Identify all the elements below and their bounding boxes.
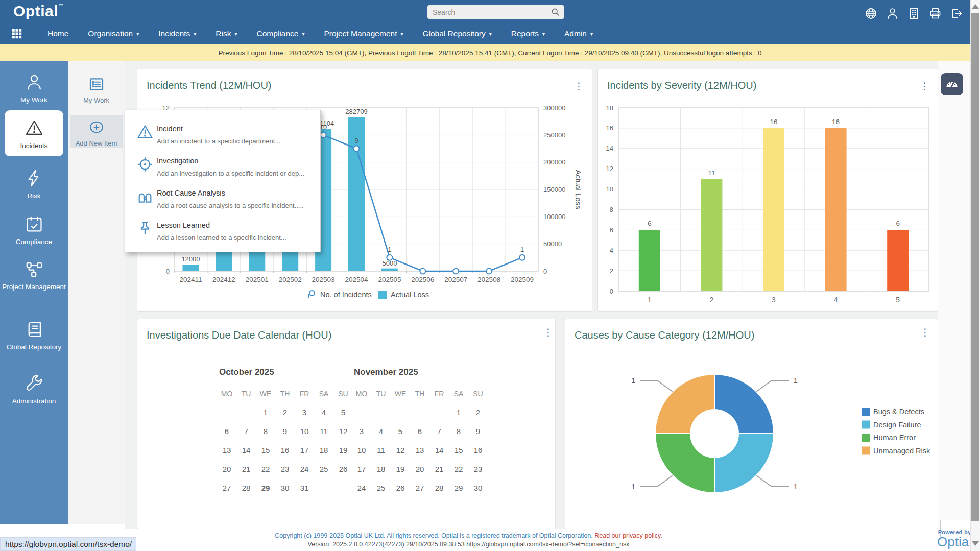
calendar-day[interactable]: 17 — [295, 441, 314, 460]
nav-item-organisation[interactable]: Organisation▾ — [78, 29, 149, 38]
legend-item-unmanaged-risk[interactable]: Unmanaged Risk — [862, 447, 930, 455]
calendar-day[interactable]: 4 — [314, 403, 333, 422]
calendar-day[interactable]: 9 — [468, 422, 488, 441]
calendar-day[interactable]: 6 — [410, 422, 429, 441]
kebab-menu-icon[interactable]: ⋮ — [543, 328, 553, 337]
calendar-day[interactable]: 21 — [236, 460, 256, 478]
nav-item-compliance[interactable]: Compliance▾ — [247, 29, 315, 38]
calendar-day[interactable]: 5 — [391, 422, 410, 441]
calendar-day[interactable]: 16 — [468, 441, 488, 460]
calendar-day[interactable]: 3 — [352, 422, 371, 441]
calendar-day[interactable]: 15 — [449, 441, 468, 460]
nav-item-global-repository[interactable]: Global Repository▾ — [413, 29, 501, 38]
calendar-day[interactable]: 1 — [256, 403, 275, 422]
nav-item-admin[interactable]: Admin▾ — [555, 29, 603, 38]
privacy-policy-link[interactable]: Read our privacy policy. — [594, 532, 662, 539]
sidebar-item-global-repository[interactable]: Global Repository — [0, 320, 68, 352]
calendar-day[interactable]: 25 — [371, 478, 391, 497]
calendar-day[interactable]: 20 — [217, 460, 236, 478]
calendar-day[interactable]: 19 — [391, 460, 410, 478]
sidebar-item-my-work[interactable]: My Work — [0, 73, 68, 105]
calendar-day[interactable]: 13 — [217, 441, 236, 460]
calendar-day[interactable]: 25 — [314, 460, 333, 478]
sidebar-item-project-management[interactable]: Project Management — [0, 259, 68, 292]
calendar-day[interactable]: 6 — [217, 422, 236, 441]
flyout-item-root-cause-analysis[interactable]: Root Cause AnalysisAdd a root cause anal… — [125, 188, 320, 218]
calendar-day[interactable]: 12 — [333, 422, 353, 441]
calendar-day[interactable]: 13 — [410, 441, 429, 460]
calendar-day[interactable]: 10 — [295, 422, 314, 441]
sidebar-item-administration[interactable]: Administration — [0, 374, 68, 406]
calendar-day[interactable]: 2 — [468, 403, 488, 422]
sidebar-item-incidents[interactable]: Incidents — [0, 118, 68, 151]
nav-item-risk[interactable]: Risk▾ — [206, 29, 247, 38]
flyout-item-investigation[interactable]: InvestigationAdd an investigation to a s… — [125, 156, 320, 185]
calendar-day[interactable]: 8 — [256, 422, 275, 441]
calendar-day[interactable]: 23 — [468, 460, 488, 478]
calendar-day[interactable]: 7 — [429, 422, 449, 441]
topbar-sign-out-button[interactable] — [950, 7, 964, 20]
calendar-day[interactable]: 28 — [236, 478, 256, 497]
dashboard-gauge-icon[interactable] — [941, 73, 963, 95]
rail-item-add-new-item[interactable]: Add New Item — [68, 118, 125, 147]
calendar-day[interactable]: 30 — [275, 478, 295, 497]
calendar-day[interactable]: 3 — [295, 403, 314, 422]
calendar-day[interactable]: 31 — [295, 478, 314, 497]
nav-item-reports[interactable]: Reports▾ — [501, 29, 555, 38]
calendar-day[interactable]: 30 — [468, 478, 488, 497]
calendar-day[interactable]: 4 — [371, 422, 391, 441]
calendar-day[interactable]: 28 — [429, 478, 449, 497]
calendar-day[interactable]: 26 — [391, 478, 410, 497]
calendar-day[interactable]: 9 — [275, 422, 295, 441]
calendar-day[interactable]: 26 — [333, 460, 353, 478]
calendar-day[interactable]: 12 — [391, 441, 410, 460]
calendar-day[interactable]: 18 — [371, 460, 391, 478]
scrollbar-up-arrow[interactable] — [972, 4, 979, 9]
calendar-day[interactable]: 14 — [429, 441, 449, 460]
calendar-day[interactable]: 27 — [217, 478, 236, 497]
flyout-item-incident[interactable]: IncidentAdd an incident to a specific de… — [125, 124, 320, 153]
calendar-day[interactable]: 24 — [295, 460, 314, 478]
calendar-day[interactable]: 29 — [449, 478, 468, 497]
topbar-user-button[interactable] — [886, 7, 899, 20]
calendar-day[interactable]: 22 — [449, 460, 468, 478]
calendar-day[interactable]: 2 — [275, 403, 295, 422]
calendar-day[interactable]: 29 — [256, 478, 275, 497]
topbar-printer-button[interactable] — [928, 7, 942, 20]
calendar-day[interactable]: 18 — [314, 441, 333, 460]
calendar-day[interactable]: 19 — [333, 441, 353, 460]
nav-item-incidents[interactable]: Incidents▾ — [149, 29, 206, 38]
calendar-day[interactable]: 14 — [236, 441, 256, 460]
sidebar-item-risk[interactable]: Risk — [0, 169, 68, 201]
calendar-day[interactable]: 10 — [352, 441, 371, 460]
legend-item-human-error[interactable]: Human Error — [862, 434, 916, 442]
apps-grid-icon[interactable] — [10, 27, 23, 40]
calendar-day[interactable]: 20 — [410, 460, 429, 478]
search-icon[interactable] — [550, 7, 561, 19]
calendar-day[interactable]: 17 — [352, 460, 371, 478]
calendar-day[interactable]: 7 — [236, 422, 256, 441]
calendar-day[interactable]: 1 — [449, 403, 468, 422]
topbar-globe-button[interactable] — [864, 7, 878, 20]
calendar-day[interactable]: 8 — [449, 422, 468, 441]
calendar-day[interactable]: 27 — [410, 478, 429, 497]
legend-item-bugs-defects[interactable]: Bugs & Defects — [862, 408, 924, 416]
flyout-item-lesson-learned[interactable]: Lesson LearnedAdd a lesson learned to a … — [125, 220, 320, 250]
calendar-day[interactable]: 5 — [333, 403, 353, 422]
topbar-building-button[interactable] — [907, 7, 921, 20]
calendar-day[interactable]: 23 — [275, 460, 295, 478]
calendar-day[interactable]: 11 — [314, 422, 333, 441]
legend-item-no-of-incidents[interactable]: No. of Incidents — [309, 291, 372, 299]
nav-item-home[interactable]: Home — [38, 29, 78, 38]
calendar-day[interactable]: 21 — [429, 460, 449, 478]
sidebar-item-compliance[interactable]: Compliance — [0, 214, 68, 247]
calendar-day[interactable]: 15 — [256, 441, 275, 460]
calendar-day[interactable]: 24 — [352, 478, 371, 497]
calendar-day[interactable]: 16 — [275, 441, 295, 460]
rail-item-my-work[interactable]: My Work — [68, 76, 125, 104]
calendar-day[interactable]: 11 — [371, 441, 391, 460]
scrollbar-down-arrow[interactable] — [972, 541, 979, 546]
nav-item-project-management[interactable]: Project Management▾ — [314, 29, 413, 38]
legend-item-actual-loss[interactable]: Actual Loss — [378, 291, 429, 299]
scrollbar-thumb[interactable] — [971, 13, 979, 521]
